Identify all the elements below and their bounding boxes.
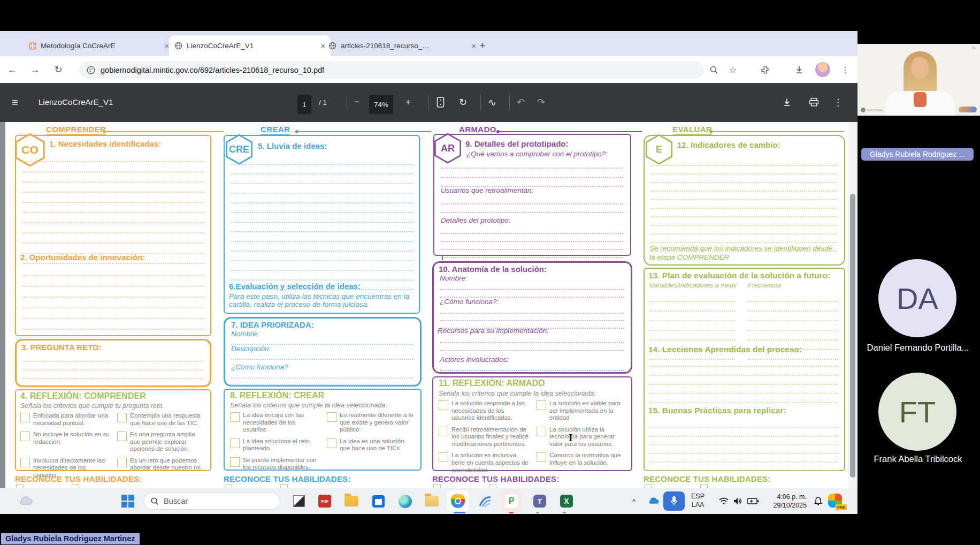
onedrive-tray-icon[interactable] — [16, 492, 34, 510]
greenp-running-indicator — [509, 512, 514, 513]
pdf-zoom-value[interactable]: 74% — [369, 95, 393, 114]
ms-store-icon[interactable] — [369, 492, 387, 510]
section-4-title: 4. REFLEXIÓN: COMPRENDER — [20, 391, 146, 401]
checkbox-item[interactable]: La solución responde a las necesidades d… — [439, 400, 529, 422]
fit-page-icon[interactable] — [437, 95, 445, 110]
search-icon — [150, 497, 159, 505]
checkbox-item[interactable]: Recibí retroalimentación de los usuarios… — [439, 426, 529, 448]
onedrive-cloud-icon[interactable] — [644, 492, 662, 510]
dotted-lines — [649, 358, 838, 403]
section-12-note: Se recomienda que los indicadores se ide… — [649, 244, 838, 262]
tray-chevron-icon[interactable]: ^ — [625, 492, 643, 510]
pdf-scrollbar[interactable] — [848, 122, 858, 488]
pdf-more-icon[interactable]: ⋮ — [833, 95, 843, 110]
reconoce-habilidades-1: RECONOCE TUS HABILIDADES: — [15, 474, 142, 483]
tray-date: 29/10/2025 — [764, 501, 807, 510]
pdf-print-icon[interactable] — [809, 95, 819, 110]
zoom-out-icon[interactable]: − — [354, 95, 359, 110]
chrome-icon[interactable] — [449, 492, 467, 510]
search-placeholder: Buscar — [164, 497, 188, 505]
field-nombre-solucion: Nombre: — [440, 274, 468, 282]
section-13-title: 13. Plan de evaluación de la solución a … — [648, 271, 830, 281]
checkbox-item[interactable]: La solución es viable para ser implement… — [537, 400, 627, 422]
battery-icon[interactable] — [744, 492, 762, 510]
taskbar-search[interactable]: Buscar — [143, 493, 280, 510]
excel-icon[interactable]: X — [557, 492, 576, 510]
stage-label-evaluar: EVALUAR — [672, 125, 712, 135]
dotted-lines — [231, 338, 413, 345]
annotate-pen-icon[interactable]: ∿ — [488, 95, 496, 110]
section-13-col1: Variables/indicadores a medir — [649, 282, 737, 289]
downloads-icon[interactable] — [793, 63, 806, 76]
reload-icon[interactable]: ↻ — [51, 63, 65, 77]
checkbox-item[interactable]: Contempla una respuesta que hace uso de … — [117, 412, 206, 427]
checkbox-item[interactable]: Enfocada para abordar una necesidad punt… — [20, 412, 110, 427]
dotted-lines — [441, 160, 623, 187]
pdf-page-input[interactable]: 1 — [297, 95, 311, 114]
checkbox-item[interactable]: Es una pregunta amplia que permite explo… — [117, 431, 206, 453]
file-explorer-icon[interactable] — [342, 492, 361, 510]
field-actores: Actores involucrados: — [440, 355, 509, 364]
tab-title: Metodología CoCreArE — [41, 42, 116, 50]
cut-row — [645, 485, 708, 488]
browser-menu-icon[interactable]: ⋮ — [839, 63, 852, 76]
bookmark-star-icon[interactable]: ☆ — [726, 63, 739, 76]
checkbox-item[interactable]: Se puede implementar con los recursos di… — [230, 457, 319, 471]
checkbox-item[interactable]: La solución utiliza la tecnología para g… — [537, 426, 627, 448]
globe-favicon-icon — [174, 42, 182, 50]
extensions-puzzle-icon[interactable] — [759, 63, 771, 76]
notification-bell-icon[interactable]: z — [809, 492, 827, 510]
start-button[interactable] — [119, 492, 137, 510]
tab-close-icon[interactable]: × — [164, 41, 169, 50]
checkbox-item[interactable]: La idea encaja con las necesidades de lo… — [230, 412, 319, 434]
section-9-title: 9. Detalles del prototipado: — [465, 139, 569, 148]
connector-comprender-crear — [105, 131, 224, 132]
zoom-in-icon[interactable]: + — [405, 95, 411, 110]
participant-avatar-ft[interactable]: FT — [878, 373, 956, 451]
zoom-level-icon[interactable] — [707, 63, 720, 76]
rotate-icon[interactable]: ↻ — [459, 95, 467, 110]
green-p-app-icon[interactable]: P — [502, 492, 520, 510]
checkbox-item[interactable]: La idea soluciona el reto planteado. — [230, 438, 319, 452]
tic-logo: TIC — [971, 46, 977, 50]
wifi-tool-icon[interactable] — [476, 492, 494, 510]
language-indicator[interactable]: ESPLAA — [691, 493, 705, 509]
checkbox-item[interactable]: Conozco la normativa que influye en la s… — [537, 452, 627, 474]
checkbox-item[interactable]: La solución es inclusiva, tiene en cuent… — [439, 452, 529, 474]
tab-recurso9[interactable]: articles-210618_recurso_9.pdf × — [323, 35, 481, 56]
task-view-icon[interactable] — [290, 492, 308, 510]
webcam-video[interactable]: NACIONAL TIC — [858, 44, 980, 116]
pdf-scrollbar-thumb[interactable] — [850, 194, 855, 478]
back-icon[interactable]: ← — [5, 63, 19, 77]
dotted-lines — [231, 353, 413, 360]
dotted-lines — [22, 152, 204, 264]
svg-text:z: z — [820, 497, 821, 501]
checkbox-item[interactable]: Es realmente diferente a lo que existe y… — [327, 412, 416, 434]
tab-metodologia[interactable]: Metodología CoCreArE × — [24, 35, 174, 56]
forward-icon[interactable]: → — [28, 63, 42, 77]
pdf-menu-icon[interactable]: ≡ — [12, 95, 18, 110]
pdf-app-icon[interactable]: PDF — [316, 492, 334, 510]
globe-favicon-icon — [328, 42, 336, 50]
speaker-name-tag: Gladys Rubiela Rodriguez ... — [861, 148, 974, 161]
checkbox-item[interactable]: No incluye la solución en su redacción. — [20, 431, 110, 453]
section-5-title: 5. Lluvia de ideas: — [258, 141, 327, 150]
pdf-download-icon[interactable] — [782, 95, 792, 110]
redo-icon[interactable]: ↷ — [537, 95, 545, 110]
pdf-doc-title: LienzoCoCreArE_V1 — [39, 97, 113, 107]
profile-avatar[interactable] — [815, 62, 830, 77]
site-settings-icon[interactable] — [87, 66, 95, 74]
text-cursor: I — [569, 433, 572, 444]
edge-icon[interactable] — [396, 492, 414, 510]
teams-icon[interactable]: T — [531, 492, 549, 510]
participant-avatar-da[interactable]: DA — [878, 259, 956, 337]
url-field[interactable]: gobiernodigital.mintic.gov.co/692/articl… — [79, 61, 704, 79]
mic-active-button[interactable] — [663, 491, 685, 511]
section-8-title: 8. REFLEXIÓN: CREAR — [230, 391, 324, 400]
new-tab-button[interactable]: + — [475, 38, 490, 53]
undo-icon[interactable]: ↶ — [517, 95, 525, 110]
tab-lienzo-active[interactable]: LienzoCoCreArE_V1 × — [169, 35, 331, 56]
checkbox-item[interactable]: La idea es una solución que hace uso de … — [327, 438, 416, 452]
onedrive-folder-icon[interactable] — [423, 492, 441, 510]
clock[interactable]: 4:06 p. m.29/10/2025 — [764, 493, 807, 510]
